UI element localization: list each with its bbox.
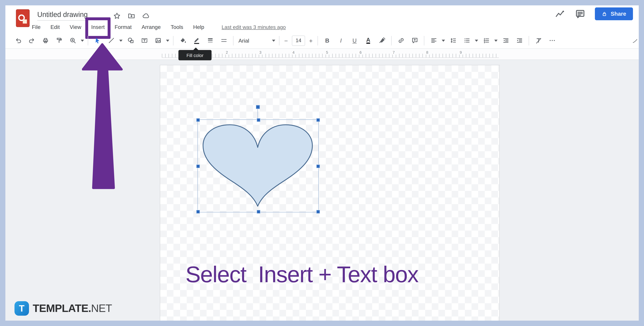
selection-handle-ne[interactable]: [316, 118, 320, 122]
insert-image-button[interactable]: [151, 34, 165, 47]
bulleted-list-button[interactable]: [460, 34, 474, 47]
italic-label: I: [340, 37, 342, 44]
bold-button[interactable]: B: [320, 34, 334, 47]
toolbar-divider: [529, 36, 529, 45]
toolbar-divider: [279, 36, 280, 45]
decrease-font-size-button[interactable]: −: [282, 37, 290, 44]
last-edit-link[interactable]: Last edit was 3 minutes ago: [222, 24, 286, 30]
ruler-ticks: [162, 54, 499, 58]
selection-handle-w[interactable]: [196, 164, 200, 168]
increase-font-size-button[interactable]: +: [307, 37, 315, 44]
ruler-number: 4: [291, 50, 296, 54]
numbered-list-button[interactable]: [480, 34, 493, 47]
menu-format[interactable]: Format: [114, 22, 132, 33]
italic-button[interactable]: I: [334, 34, 348, 47]
numbered-list-caret[interactable]: [494, 39, 498, 42]
selection-bounding-box[interactable]: [198, 119, 319, 212]
line-dropdown-caret[interactable]: [119, 39, 122, 42]
font-family-select[interactable]: Arial: [236, 37, 271, 44]
move-folder-icon[interactable]: [128, 12, 135, 20]
selection-handle-s[interactable]: [256, 210, 260, 214]
image-dropdown-caret[interactable]: [166, 39, 169, 42]
menu-edit[interactable]: Edit: [50, 22, 60, 33]
text-color-label: A: [366, 37, 370, 44]
line-spacing-button[interactable]: [446, 34, 460, 47]
decrease-indent-button[interactable]: [499, 34, 512, 47]
selection-handle-nw[interactable]: [196, 118, 200, 122]
fill-color-button[interactable]: [176, 34, 190, 47]
toolbar-divider: [318, 36, 318, 45]
selection-handle-n[interactable]: [256, 118, 260, 122]
fill-color-tooltip: Fill color: [178, 50, 212, 60]
google-drawings-icon[interactable]: [16, 9, 30, 28]
bold-label: B: [325, 37, 329, 44]
selection-handle-sw[interactable]: [196, 210, 200, 214]
ruler-number: 7: [391, 50, 396, 54]
drawing-canvas[interactable]: Select Insert + Text box: [160, 65, 500, 321]
template-net-logo: T TEMPLATE.NET: [14, 301, 112, 316]
menu-bar: File Edit View Insert Format Arrange Too…: [32, 22, 286, 33]
ruler-number: 3: [258, 50, 263, 54]
menu-insert[interactable]: Insert: [91, 22, 105, 33]
font-family-caret[interactable]: [272, 39, 275, 42]
menu-file[interactable]: File: [32, 22, 40, 33]
align-dropdown-caret[interactable]: [442, 39, 445, 42]
border-weight-button[interactable]: [203, 34, 217, 47]
font-size-input[interactable]: 14: [292, 35, 305, 46]
selection-handle-e[interactable]: [316, 164, 320, 168]
outer-frame: Untitled drawing Share: [0, 0, 644, 326]
redo-button[interactable]: [25, 34, 38, 47]
ruler-number: 6: [358, 50, 363, 54]
border-dash-button[interactable]: [217, 34, 230, 47]
ruler-number: 2: [224, 50, 229, 54]
template-net-tile: T: [14, 301, 29, 316]
toolbar-divider: [173, 36, 174, 45]
rotation-handle-stem: [258, 108, 258, 119]
brand-light: NET: [91, 302, 112, 315]
bulleted-list-caret[interactable]: [475, 39, 478, 42]
insert-comment-button[interactable]: [408, 34, 422, 47]
increase-indent-button[interactable]: [512, 34, 526, 47]
border-color-button[interactable]: [190, 34, 203, 47]
clear-formatting-button[interactable]: [532, 34, 545, 47]
insert-link-button[interactable]: [394, 34, 408, 47]
tooltip-label: Fill color: [186, 53, 204, 58]
rotation-handle[interactable]: [256, 105, 260, 109]
ruler-number: 5: [324, 50, 330, 54]
comment-history-icon[interactable]: [574, 8, 586, 19]
shape-tool-button[interactable]: [124, 34, 138, 47]
print-button[interactable]: [38, 34, 52, 47]
underline-label: U: [352, 37, 356, 44]
template-net-wordmark: TEMPLATE.NET: [33, 302, 112, 315]
ruler-number: 8: [425, 50, 430, 54]
menu-view[interactable]: View: [70, 22, 81, 33]
ruler-number: 9: [458, 50, 463, 54]
text-color-button[interactable]: A: [362, 34, 375, 47]
undo-button[interactable]: [11, 34, 25, 47]
star-icon[interactable]: [113, 12, 121, 20]
menu-tools[interactable]: Tools: [171, 22, 183, 33]
toolbar-divider: [391, 36, 392, 45]
selection-handle-se[interactable]: [316, 210, 320, 214]
menu-arrange[interactable]: Arrange: [142, 22, 161, 33]
brand-dot: .: [88, 302, 91, 315]
lock-icon: [602, 11, 607, 17]
underline-button[interactable]: U: [348, 34, 362, 47]
more-options-button[interactable]: [545, 34, 559, 47]
share-button[interactable]: Share: [595, 7, 633, 20]
menu-help[interactable]: Help: [193, 22, 204, 33]
highlight-color-button[interactable]: [375, 34, 389, 47]
text-box-button[interactable]: [138, 34, 151, 47]
toolbar-divider: [424, 36, 424, 45]
trend-scribble-icon[interactable]: [555, 8, 566, 19]
zoom-button[interactable]: [66, 34, 80, 47]
align-button[interactable]: [427, 34, 440, 47]
tile-letter: T: [19, 303, 24, 314]
instruction-text: Select Insert + Text box: [186, 261, 418, 288]
zoom-dropdown-caret[interactable]: [81, 39, 84, 42]
toolbar-overflow-edge-icon[interactable]: [632, 38, 638, 44]
cloud-status-icon[interactable]: [142, 12, 150, 20]
document-title[interactable]: Untitled drawing: [37, 11, 88, 21]
toolbar-divider: [233, 36, 234, 45]
paint-format-button[interactable]: [52, 34, 66, 47]
